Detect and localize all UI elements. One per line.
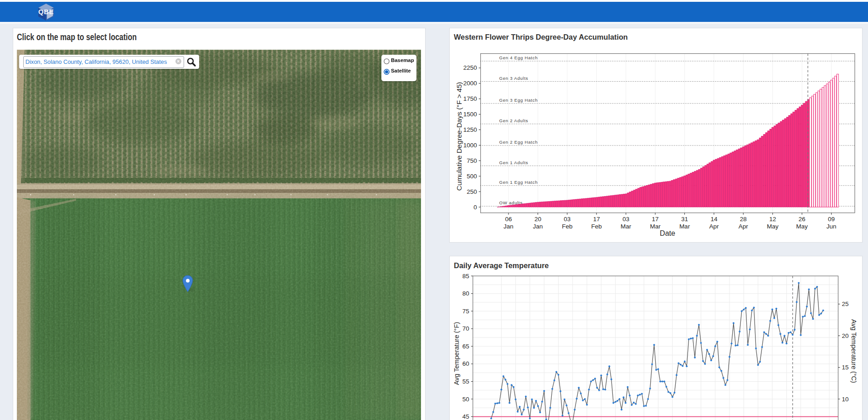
svg-text:May: May — [767, 223, 779, 230]
svg-text:2000: 2000 — [463, 80, 477, 87]
svg-text:Cumulative Degree-Days (°F > 4: Cumulative Degree-Days (°F > 45) — [455, 82, 463, 191]
svg-text:Avg Temperature (°F): Avg Temperature (°F) — [453, 322, 460, 385]
svg-text:17: 17 — [593, 216, 600, 223]
svg-text:03: 03 — [622, 216, 629, 223]
svg-text:Gen 1 Adults: Gen 1 Adults — [499, 160, 529, 165]
svg-text:250: 250 — [467, 188, 477, 195]
svg-text:Date: Date — [660, 229, 675, 237]
svg-text:12: 12 — [769, 216, 776, 223]
svg-text:Jan: Jan — [533, 223, 543, 230]
svg-text:Jan: Jan — [503, 223, 514, 230]
svg-text:1750: 1750 — [463, 95, 477, 102]
svg-text:Gen 4 Egg Hatch: Gen 4 Egg Hatch — [499, 55, 538, 60]
svg-text:750: 750 — [467, 157, 477, 164]
svg-text:45: 45 — [462, 413, 469, 420]
svg-text:1000: 1000 — [463, 142, 477, 149]
svg-text:09: 09 — [828, 216, 835, 223]
svg-text:Gen 1 Egg Hatch: Gen 1 Egg Hatch — [499, 180, 538, 185]
svg-text:55: 55 — [462, 378, 469, 385]
svg-text:Jun: Jun — [827, 223, 837, 230]
svg-text:1250: 1250 — [463, 126, 477, 133]
svg-text:Gen 3 Adults: Gen 3 Adults — [499, 76, 529, 81]
svg-text:500: 500 — [467, 173, 477, 180]
svg-text:03: 03 — [564, 216, 570, 223]
svg-text:50: 50 — [462, 396, 469, 403]
svg-text:15: 15 — [842, 364, 849, 371]
svg-text:75: 75 — [462, 308, 469, 315]
svg-text:Mar: Mar — [650, 223, 661, 230]
svg-text:14: 14 — [710, 216, 718, 223]
svg-text:20: 20 — [534, 216, 541, 223]
svg-text:26: 26 — [799, 216, 806, 223]
svg-text:Mar: Mar — [621, 223, 632, 230]
svg-text:06: 06 — [505, 216, 512, 223]
svg-text:85: 85 — [462, 273, 469, 280]
svg-text:Apr: Apr — [709, 223, 719, 230]
svg-text:10: 10 — [842, 396, 849, 403]
svg-text:80: 80 — [462, 290, 469, 297]
svg-text:Apr: Apr — [739, 223, 749, 230]
svg-text:Avg Temperature (°C): Avg Temperature (°C) — [850, 319, 858, 383]
svg-text:Feb: Feb — [591, 223, 602, 230]
svg-text:Gen 2 Adults: Gen 2 Adults — [499, 118, 529, 123]
svg-text:70: 70 — [462, 325, 469, 332]
svg-text:28: 28 — [740, 216, 747, 223]
svg-text:60: 60 — [462, 360, 469, 367]
svg-text:May: May — [796, 223, 808, 230]
svg-text:25: 25 — [842, 301, 849, 307]
svg-text:Feb: Feb — [562, 223, 572, 230]
svg-text:2250: 2250 — [463, 64, 477, 71]
svg-text:Gen 2 Egg Hatch: Gen 2 Egg Hatch — [499, 140, 538, 145]
svg-text:31: 31 — [681, 216, 688, 223]
svg-text:Gen 3 Egg Hatch: Gen 3 Egg Hatch — [499, 98, 538, 103]
svg-text:Mar: Mar — [679, 223, 690, 230]
svg-text:20: 20 — [842, 332, 849, 339]
svg-text:1500: 1500 — [463, 111, 477, 118]
svg-text:QBE: QBE — [38, 8, 54, 16]
svg-text:0: 0 — [473, 204, 477, 211]
svg-text:17: 17 — [652, 216, 659, 223]
svg-text:65: 65 — [462, 343, 469, 350]
